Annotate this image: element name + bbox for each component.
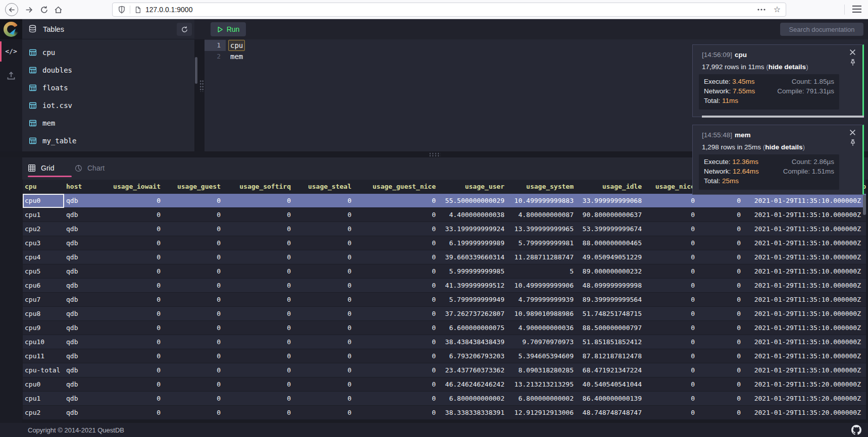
- table-cell[interactable]: 0: [646, 307, 699, 321]
- table-cell[interactable]: 90.800000000637: [578, 208, 646, 222]
- table-cell[interactable]: 0: [102, 363, 165, 377]
- table-cell[interactable]: cpu0: [23, 377, 64, 392]
- sql-token[interactable]: mem: [228, 51, 245, 62]
- table-cell[interactable]: qdb: [64, 208, 102, 222]
- pin-icon[interactable]: [850, 139, 856, 146]
- sql-token[interactable]: cpu: [228, 40, 245, 51]
- table-cell[interactable]: 0: [646, 406, 699, 420]
- table-cell[interactable]: 0: [646, 236, 699, 250]
- column-header-usage_iowait[interactable]: usage_iowait: [102, 180, 165, 194]
- table-cell[interactable]: 0: [225, 307, 295, 321]
- table-cell[interactable]: 0: [355, 279, 440, 293]
- table-cell[interactable]: 12.912912913006: [508, 406, 578, 420]
- shield-icon[interactable]: [118, 6, 126, 14]
- table-row[interactable]: cpu5qdb000005.999999999985589.0000000002…: [23, 264, 866, 279]
- table-cell[interactable]: qdb: [64, 293, 102, 307]
- column-header-host[interactable]: host: [64, 180, 102, 194]
- bookmark-star-icon[interactable]: ☆: [774, 6, 781, 14]
- table-cell[interactable]: 0: [646, 279, 699, 293]
- grid-scrollbar[interactable]: [863, 195, 866, 215]
- table-cell[interactable]: qdb: [64, 335, 102, 349]
- table-cell[interactable]: 0: [355, 377, 440, 392]
- table-cell[interactable]: 9.70970970973: [508, 335, 578, 349]
- search-documentation-button[interactable]: Search documentation: [780, 23, 863, 36]
- table-cell[interactable]: qdb: [64, 307, 102, 321]
- table-cell[interactable]: 0: [295, 222, 355, 236]
- table-row[interactable]: cpu9qdb000006.6000000000754.900000000036…: [23, 321, 866, 335]
- table-cell[interactable]: cpu2: [23, 406, 64, 420]
- table-cell[interactable]: 6.800000000002: [440, 392, 508, 406]
- table-cell[interactable]: 0: [646, 392, 699, 406]
- table-cell[interactable]: 0: [699, 349, 745, 363]
- table-cell[interactable]: 0: [102, 406, 165, 420]
- table-cell[interactable]: 0: [355, 264, 440, 279]
- table-cell[interactable]: 0: [165, 264, 225, 279]
- table-cell[interactable]: 0: [699, 363, 745, 377]
- table-cell[interactable]: 0: [225, 377, 295, 392]
- table-cell[interactable]: 0: [355, 406, 440, 420]
- table-cell[interactable]: 0: [646, 208, 699, 222]
- table-cell[interactable]: 0: [225, 363, 295, 377]
- column-header-usage_steal[interactable]: usage_steal: [295, 180, 355, 194]
- table-cell[interactable]: 0: [102, 222, 165, 236]
- page-actions-icon[interactable]: [757, 9, 765, 11]
- table-cell[interactable]: 53.399999999674: [578, 222, 646, 236]
- table-cell[interactable]: 0: [295, 406, 355, 420]
- table-cell[interactable]: qdb: [64, 406, 102, 420]
- table-cell[interactable]: 0: [165, 250, 225, 264]
- table-cell[interactable]: 0: [295, 236, 355, 250]
- table-cell[interactable]: qdb: [64, 377, 102, 392]
- table-cell[interactable]: cpu3: [23, 236, 64, 250]
- table-cell[interactable]: 5.799999999949: [440, 293, 508, 307]
- sidebar-scrollbar[interactable]: [195, 57, 197, 84]
- table-cell[interactable]: 0: [355, 349, 440, 363]
- table-cell[interactable]: 0: [225, 194, 295, 208]
- table-cell[interactable]: 0: [699, 194, 745, 208]
- table-cell[interactable]: 5.799999999981: [508, 236, 578, 250]
- table-cell[interactable]: 5: [508, 264, 578, 279]
- column-header-usage_user[interactable]: usage_user: [440, 180, 508, 194]
- table-cell[interactable]: 0: [165, 363, 225, 377]
- table-cell[interactable]: cpu7: [23, 293, 64, 307]
- table-cell[interactable]: 0: [225, 279, 295, 293]
- table-cell[interactable]: cpu2: [23, 222, 64, 236]
- table-cell[interactable]: 0: [646, 377, 699, 392]
- table-cell[interactable]: 0: [295, 264, 355, 279]
- table-row[interactable]: cpu7qdb000005.7999999999494.799999999939…: [23, 293, 866, 307]
- table-cell[interactable]: qdb: [64, 363, 102, 377]
- column-header-usage_guest_nice[interactable]: usage_guest_nice: [355, 180, 440, 194]
- table-cell[interactable]: qdb: [64, 236, 102, 250]
- home-icon[interactable]: [52, 3, 65, 16]
- table-cell[interactable]: 0: [295, 279, 355, 293]
- table-cell[interactable]: qdb: [64, 222, 102, 236]
- table-cell[interactable]: 33.199999999924: [440, 222, 508, 236]
- table-cell[interactable]: cpu4: [23, 250, 64, 264]
- table-cell[interactable]: 0: [699, 208, 745, 222]
- table-cell[interactable]: 2021-01-29T11:35:10.000000Z: [745, 321, 866, 335]
- table-cell[interactable]: 0: [355, 236, 440, 250]
- reload-icon[interactable]: [37, 3, 50, 16]
- table-cell[interactable]: 0: [355, 208, 440, 222]
- table-cell[interactable]: 39.660339660314: [440, 250, 508, 264]
- table-cell[interactable]: 0: [699, 321, 745, 335]
- table-cell[interactable]: 2021-01-29T11:35:10.000000Z: [745, 279, 866, 293]
- table-row[interactable]: cpu6qdb0000041.39999999951210.4999999999…: [23, 279, 866, 293]
- table-row[interactable]: cpu2qdb0000038.33833833839112.9129129130…: [23, 406, 866, 420]
- table-row[interactable]: cpu0qdb0000046.24624624624213.2132132132…: [23, 377, 866, 392]
- table-cell[interactable]: 8.090318280285: [508, 363, 578, 377]
- import-upload-icon[interactable]: [6, 71, 16, 81]
- table-cell[interactable]: 0: [295, 363, 355, 377]
- sidebar-item-iot-csv[interactable]: iot.csv: [22, 96, 194, 114]
- table-cell[interactable]: 0: [102, 293, 165, 307]
- table-cell[interactable]: 0: [165, 335, 225, 349]
- table-cell[interactable]: 0: [102, 307, 165, 321]
- sidebar-item-my-table[interactable]: my_table: [22, 132, 194, 149]
- table-row[interactable]: cpu-totalqdb0000023.4377603733628.090318…: [23, 363, 866, 377]
- table-cell[interactable]: 0: [295, 321, 355, 335]
- column-header-usage_nice[interactable]: usage_nice: [646, 180, 699, 194]
- table-cell[interactable]: 0: [699, 307, 745, 321]
- table-cell[interactable]: 41.399999999512: [440, 279, 508, 293]
- table-cell[interactable]: 0: [225, 264, 295, 279]
- page-icon[interactable]: [134, 6, 141, 14]
- table-cell[interactable]: qdb: [64, 264, 102, 279]
